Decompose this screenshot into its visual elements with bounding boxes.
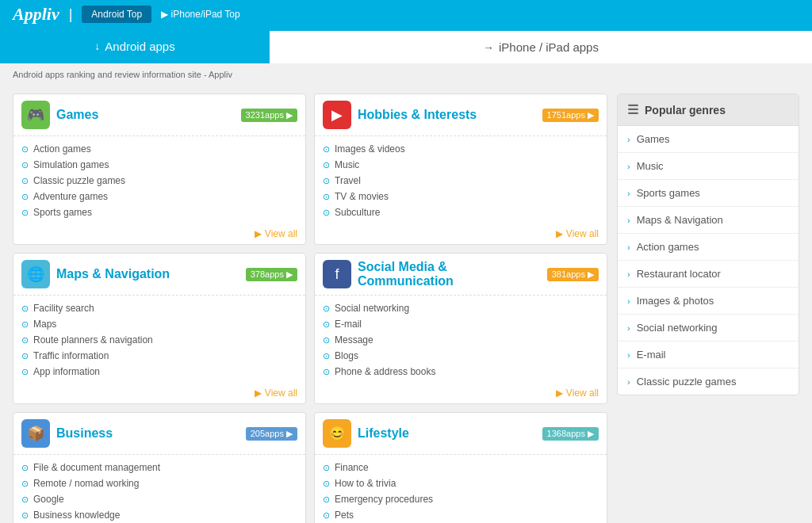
link-label: Emergency procedures bbox=[335, 494, 433, 505]
sidebar-item-label: E-mail bbox=[637, 349, 666, 361]
chevron-icon: › bbox=[627, 296, 630, 306]
view-all-btn-hobbies[interactable]: ▶View all bbox=[315, 225, 607, 244]
link-circle-icon: ⊙ bbox=[323, 335, 330, 345]
card-links-lifestyle: ⊙Finance⊙How to & trivia⊙Emergency proce… bbox=[315, 455, 607, 523]
card-title-lifestyle: Lifestyle bbox=[358, 426, 536, 441]
sidebar-item-images-&-photos[interactable]: ›Images & photos bbox=[618, 288, 799, 315]
link-item[interactable]: ⊙Sports games bbox=[21, 204, 297, 220]
link-item[interactable]: ⊙Remote / nomad working bbox=[21, 475, 297, 491]
sidebar-item-e-mail[interactable]: ›E-mail bbox=[618, 342, 799, 368]
link-item[interactable]: ⊙Finance bbox=[323, 460, 599, 475]
link-item[interactable]: ⊙Traffic information bbox=[21, 348, 297, 364]
sidebar-item-label: Music bbox=[637, 160, 664, 172]
link-item[interactable]: ⊙Images & videos bbox=[323, 141, 599, 157]
main-content: 🎮Games3231apps ▶⊙Action games⊙Simulation… bbox=[0, 86, 812, 523]
sidebar-header: ☰ Popular genres bbox=[618, 94, 799, 126]
link-label: Pets bbox=[335, 510, 354, 521]
link-circle-icon: ⊙ bbox=[323, 160, 330, 170]
link-item[interactable]: ⊙Emergency procedures bbox=[323, 491, 599, 507]
sidebar-item-sports-games[interactable]: ›Sports games bbox=[618, 180, 799, 207]
sidebar-icon: ☰ bbox=[627, 102, 638, 117]
tab-iphone[interactable]: → iPhone / iPad apps bbox=[270, 29, 812, 63]
card-icon-maps: 🌐 bbox=[21, 260, 50, 288]
link-item[interactable]: ⊙Adventure games bbox=[21, 189, 297, 204]
link-item[interactable]: ⊙File & document management bbox=[21, 460, 297, 475]
sidebar-item-music[interactable]: ›Music bbox=[618, 153, 799, 180]
card-header-hobbies: ▶Hobbies & Interests1751apps ▶ bbox=[315, 94, 607, 136]
tab-android[interactable]: ↓ Android apps bbox=[0, 29, 270, 63]
sidebar-item-restaurant-locator[interactable]: ›Restaurant locator bbox=[618, 261, 799, 288]
header: Appliv | Android Top ▶ iPhone/iPad Top bbox=[0, 0, 812, 29]
chevron-icon: › bbox=[627, 242, 630, 252]
iphone-arrow-icon: → bbox=[483, 41, 494, 54]
tab-bar: ↓ Android apps → iPhone / iPad apps bbox=[0, 29, 812, 63]
link-label: Travel bbox=[335, 175, 361, 186]
card-icon-games: 🎮 bbox=[21, 101, 50, 129]
link-item[interactable]: ⊙Blogs bbox=[323, 348, 599, 364]
link-label: Images & videos bbox=[335, 143, 405, 155]
link-label: Route planners & navigation bbox=[33, 334, 153, 345]
link-label: Facility search bbox=[33, 303, 94, 314]
link-circle-icon: ⊙ bbox=[21, 367, 29, 377]
link-label: Social networking bbox=[335, 303, 409, 314]
link-circle-icon: ⊙ bbox=[21, 303, 29, 314]
sidebar-item-social-networking[interactable]: ›Social networking bbox=[618, 315, 799, 342]
link-circle-icon: ⊙ bbox=[21, 463, 29, 473]
card-badge-lifestyle[interactable]: 1368apps ▶ bbox=[542, 427, 599, 441]
link-item[interactable]: ⊙Facility search bbox=[21, 300, 297, 316]
category-card-maps: 🌐Maps & Navigation378apps ▶⊙Facility sea… bbox=[13, 253, 306, 404]
chevron-icon: › bbox=[627, 377, 630, 387]
card-title-games: Games bbox=[56, 108, 235, 122]
android-top-btn[interactable]: Android Top bbox=[82, 6, 151, 23]
link-item[interactable]: ⊙Message bbox=[323, 332, 599, 348]
view-all-btn-games[interactable]: ▶View all bbox=[13, 225, 305, 244]
sidebar-item-action-games[interactable]: ›Action games bbox=[618, 234, 799, 261]
sidebar-item-label: Action games bbox=[637, 241, 699, 253]
link-item[interactable]: ⊙How to & trivia bbox=[323, 475, 599, 491]
sidebar-item-maps-&-navigation[interactable]: ›Maps & Navigation bbox=[618, 207, 799, 234]
iphone-top-link[interactable]: ▶ iPhone/iPad Top bbox=[161, 9, 240, 20]
card-badge-business[interactable]: 205apps ▶ bbox=[246, 427, 297, 441]
card-header-lifestyle: 😊Lifestyle1368apps ▶ bbox=[315, 413, 607, 455]
link-item[interactable]: ⊙TV & movies bbox=[323, 189, 599, 204]
view-all-btn-social[interactable]: ▶View all bbox=[315, 384, 607, 403]
link-label: TV & movies bbox=[335, 191, 389, 202]
link-circle-icon: ⊙ bbox=[323, 367, 330, 377]
link-label: Finance bbox=[335, 462, 369, 473]
link-item[interactable]: ⊙Route planners & navigation bbox=[21, 332, 297, 348]
link-item[interactable]: ⊙Pets bbox=[323, 507, 599, 523]
link-item[interactable]: ⊙Subculture bbox=[323, 204, 599, 220]
link-item[interactable]: ⊙Phone & address books bbox=[323, 364, 599, 380]
link-item[interactable]: ⊙Travel bbox=[323, 173, 599, 189]
link-item[interactable]: ⊙Google bbox=[21, 491, 297, 507]
card-header-games: 🎮Games3231apps ▶ bbox=[13, 94, 305, 136]
sidebar-items-container: ›Games›Music›Sports games›Maps & Navigat… bbox=[618, 126, 799, 395]
link-item[interactable]: ⊙App information bbox=[21, 364, 297, 380]
sidebar-item-label: Sports games bbox=[637, 187, 700, 199]
sidebar-item-classic-puzzle-games[interactable]: ›Classic puzzle games bbox=[618, 368, 799, 395]
link-circle-icon: ⊙ bbox=[323, 351, 330, 361]
link-item[interactable]: ⊙Action games bbox=[21, 141, 297, 157]
card-badge-social[interactable]: 381apps ▶ bbox=[547, 268, 599, 281]
card-links-social: ⊙Social networking⊙E-mail⊙Message⊙Blogs⊙… bbox=[315, 296, 607, 384]
link-item[interactable]: ⊙Business knowledge bbox=[21, 507, 297, 523]
card-badge-games[interactable]: 3231apps ▶ bbox=[241, 109, 297, 122]
card-badge-hobbies[interactable]: 1751apps ▶ bbox=[542, 109, 599, 122]
card-header-business: 📦Business205apps ▶ bbox=[13, 413, 305, 455]
link-item[interactable]: ⊙Classic puzzle games bbox=[21, 173, 297, 189]
sidebar-item-games[interactable]: ›Games bbox=[618, 126, 799, 153]
link-circle-icon: ⊙ bbox=[21, 208, 29, 218]
link-label: Remote / nomad working bbox=[33, 478, 139, 489]
link-item[interactable]: ⊙E-mail bbox=[323, 316, 599, 332]
link-item[interactable]: ⊙Simulation games bbox=[21, 157, 297, 173]
card-badge-maps[interactable]: 378apps ▶ bbox=[246, 268, 297, 281]
link-circle-icon: ⊙ bbox=[323, 144, 330, 155]
link-circle-icon: ⊙ bbox=[323, 319, 330, 330]
card-title-business: Business bbox=[56, 426, 239, 441]
link-item[interactable]: ⊙Maps bbox=[21, 316, 297, 332]
view-all-btn-maps[interactable]: ▶View all bbox=[13, 384, 305, 403]
link-item[interactable]: ⊙Social networking bbox=[323, 300, 599, 316]
link-item[interactable]: ⊙Music bbox=[323, 157, 599, 173]
category-card-social: fSocial Media & Communication381apps ▶⊙S… bbox=[314, 253, 607, 404]
card-icon-lifestyle: 😊 bbox=[323, 419, 351, 448]
